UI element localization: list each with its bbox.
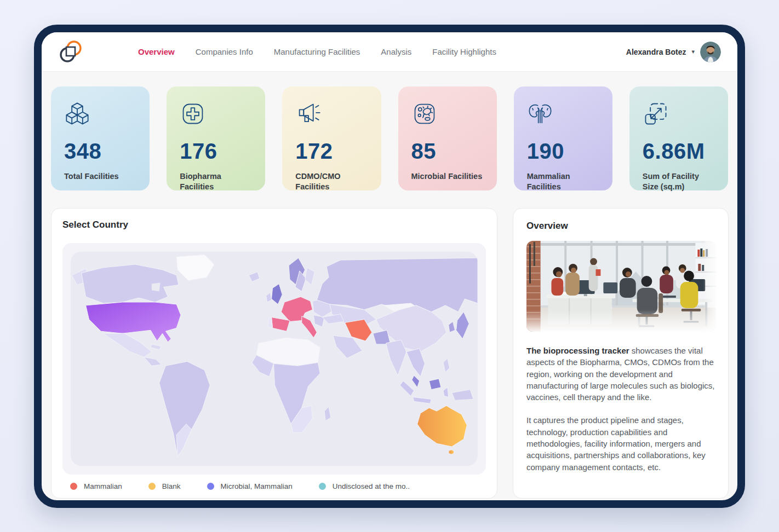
cubes-icon (64, 101, 90, 127)
kpi-value: 348 (64, 139, 138, 164)
world-map-container (62, 243, 486, 475)
kpi-value: 6.86M (643, 139, 716, 164)
nav-item-companies-info[interactable]: Companies Info (196, 47, 253, 56)
kpi-label: Biopharma Facilities (180, 171, 253, 192)
kpi-card-total-facilities[interactable]: 348 Total Facilities (51, 86, 150, 190)
map-legend: Mammalian Blank Microbial, Mammalian Und… (62, 475, 486, 498)
kpi-label: CDMO/CMO Facilities (295, 171, 369, 192)
legend-item-mammalian[interactable]: Mammalian (70, 482, 122, 490)
kidneys-icon (527, 101, 553, 127)
kpi-value: 85 (411, 139, 485, 164)
legend-label: Undisclosed at the mo.. (333, 482, 410, 490)
nav-item-manufacturing-facilities[interactable]: Manufacturing Facilities (274, 47, 360, 56)
microbe-icon (411, 101, 438, 127)
expand-icon (643, 101, 669, 127)
top-nav-bar: Overview Companies Info Manufacturing Fa… (42, 32, 737, 72)
kpi-card-cdmo-cmo-facilities[interactable]: 172 CDMO/CMO Facilities (282, 86, 381, 190)
legend-dot (148, 483, 156, 490)
overview-paragraph-2: It captures the product pipeline and sta… (526, 414, 716, 472)
legend-dot (70, 483, 77, 490)
kpi-card-mammalian-facilities[interactable]: 190 Mammalian Facilities (514, 86, 612, 190)
legend-label: Microbial, Mammalian (221, 482, 293, 490)
country-russia[interactable] (317, 258, 478, 312)
nav-item-facility-highlights[interactable]: Facility Highlights (432, 47, 496, 56)
overview-description: The bioprocessing tracker showcases the … (526, 345, 716, 473)
legend-dot (319, 483, 326, 490)
legend-item-blank[interactable]: Blank (148, 482, 181, 490)
kpi-card-biopharma-facilities[interactable]: 176 Biopharma Facilities (167, 86, 265, 190)
select-country-title: Select Country (62, 219, 486, 230)
office-photo (526, 241, 716, 332)
kpi-card-facility-size[interactable]: 6.86M Sum of Facility Size (sq.m) (629, 86, 728, 190)
overview-panel: Overview (513, 208, 729, 499)
legend-item-undisclosed[interactable]: Undisclosed at the mo.. (319, 482, 410, 490)
select-country-panel: Select Country (51, 208, 497, 499)
kpi-card-row: 348 Total Facilities 176 Biopharma Facil… (51, 86, 728, 190)
nav-item-overview[interactable]: Overview (138, 47, 175, 56)
legend-label: Blank (162, 482, 181, 490)
country-canada[interactable] (82, 264, 179, 303)
chevron-down-icon: ▾ (691, 48, 695, 55)
dashboard-window: Overview Companies Info Manufacturing Fa… (34, 25, 745, 508)
kpi-value: 176 (180, 139, 253, 164)
avatar[interactable] (700, 42, 721, 62)
kpi-value: 190 (527, 139, 600, 164)
kpi-value: 172 (295, 139, 369, 164)
content-row: Select Country (51, 208, 729, 499)
kpi-label: Microbial Facilities (411, 171, 485, 182)
legend-dot (207, 483, 214, 490)
user-name: Alexandra Botez (626, 48, 686, 56)
legend-label: Mammalian (84, 482, 122, 490)
kpi-card-microbial-facilities[interactable]: 85 Microbial Facilities (398, 86, 497, 190)
user-menu[interactable]: Alexandra Botez ▾ (626, 42, 721, 62)
kpi-label: Total Facilities (64, 171, 138, 182)
medical-cross-icon (180, 101, 206, 127)
overview-lead: The bioprocessing tracker (526, 346, 629, 355)
overview-paragraph-1: The bioprocessing tracker showcases the … (526, 345, 716, 403)
app-logo-icon (58, 39, 83, 65)
legend-item-microbial-mammalian[interactable]: Microbial, Mammalian (207, 482, 293, 490)
main-nav: Overview Companies Info Manufacturing Fa… (138, 47, 496, 56)
megaphone-icon (295, 101, 322, 127)
kpi-label: Sum of Facility Size (sq.m) (643, 171, 716, 192)
country-malaysia-borneo[interactable] (429, 379, 441, 390)
kpi-label: Mammalian Facilities (527, 171, 600, 192)
overview-title: Overview (526, 221, 716, 232)
nav-item-analysis[interactable]: Analysis (381, 47, 411, 56)
world-map[interactable] (71, 251, 478, 466)
